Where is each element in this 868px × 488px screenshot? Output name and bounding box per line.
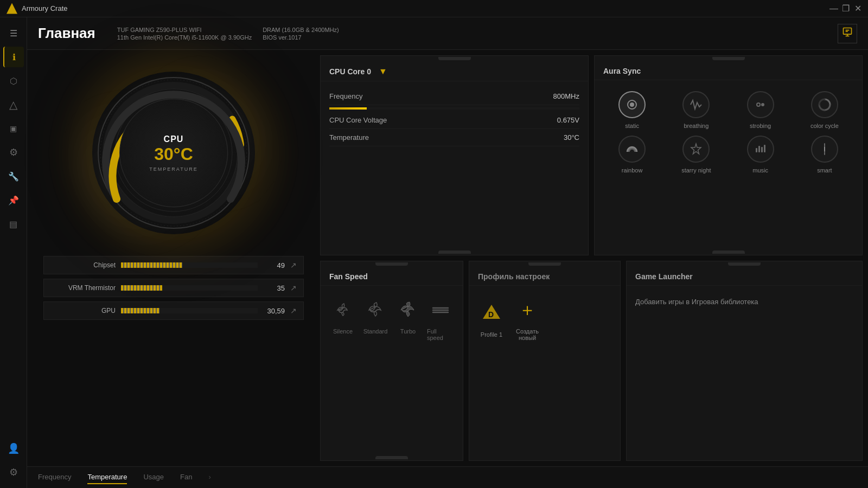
fullspeed-label: Full speed <box>427 328 454 341</box>
close-button[interactable]: ✕ <box>854 5 861 12</box>
cpu-temp: 30°C <box>154 144 193 164</box>
add-profile-item[interactable]: ＋ Создатьновый <box>514 297 541 341</box>
tab-usage[interactable]: Usage <box>143 471 164 484</box>
tab-frequency[interactable]: Frequency <box>38 471 71 484</box>
cpu-panel-bottom-deco <box>321 251 588 255</box>
tab-extra[interactable]: › <box>208 471 210 484</box>
profile-header: Профиль настроек <box>469 266 620 286</box>
app-logo <box>7 3 17 14</box>
aura-panel-top-deco <box>595 56 862 60</box>
cpu-core-panel: CPU Core 0 ▼ Frequency 800MHz <box>320 55 589 255</box>
temperature-row: Temperature 30°C <box>329 129 579 146</box>
aura-item-music[interactable]: music <box>732 136 789 174</box>
sidebar-item-user[interactable]: 👤 <box>3 438 24 459</box>
starry-night-icon <box>682 136 710 163</box>
fan-item-silence[interactable]: Silence <box>329 297 356 341</box>
cpu-core-dropdown[interactable]: ▼ <box>379 67 387 76</box>
vrm-expand-icon[interactable]: ↗ <box>290 284 297 292</box>
silence-label: Silence <box>333 328 353 335</box>
sidebar-item-menu[interactable]: ☰ <box>3 23 24 43</box>
aura-item-breathing[interactable]: breathing <box>667 91 725 129</box>
panels-bottom: Fan Speed Silence <box>320 261 863 461</box>
app-title: Armoury Crate <box>22 4 68 12</box>
aura-item-starry-night[interactable]: starry night <box>667 136 725 174</box>
silence-icon <box>329 297 356 324</box>
cpu-label: CPU <box>164 134 184 144</box>
device-info: TUF GAMING Z590-PLUS WIFI 11th Gen Intel… <box>117 27 252 41</box>
turbo-label: Turbo <box>400 328 416 335</box>
profile-grid: D Profile 1 ＋ Создатьновый <box>478 292 611 345</box>
tools-icon: 🔧 <box>8 171 19 182</box>
titlebar: Armoury Crate — ❐ ✕ <box>0 0 868 17</box>
edit-button[interactable] <box>838 24 857 43</box>
aura-grid: static breathing <box>603 87 853 178</box>
sidebar-item-tools[interactable]: 🔧 <box>3 166 24 187</box>
strobing-label: strobing <box>750 123 771 129</box>
temp-bar-vrm: VRM Thermistor 35 ↗ <box>43 279 304 297</box>
color-cycle-label: color cycle <box>810 123 839 129</box>
page-title: Главная <box>38 25 95 42</box>
sidebar-item-camera[interactable]: ▣ <box>3 118 24 139</box>
cpu-gauge: CPU 30°C TEMPERATURE <box>81 61 266 245</box>
vrm-value: 35 <box>263 284 285 292</box>
music-icon <box>747 136 774 163</box>
aura-item-color-cycle[interactable]: color cycle <box>796 91 853 129</box>
settings-icon: ⚙ <box>9 466 18 478</box>
temp-bar-chipset: Chipset 49 ↗ <box>43 256 304 274</box>
aura-item-static[interactable]: static <box>603 91 661 129</box>
fan-item-standard[interactable]: Standard <box>362 297 389 341</box>
game-add-text: Добавить игры в Игровая библиотека <box>635 292 853 311</box>
svg-point-13 <box>761 103 764 106</box>
list-icon: ▤ <box>9 219 17 229</box>
fan-item-turbo[interactable]: Turbo <box>394 297 422 341</box>
standard-icon <box>362 297 389 324</box>
frequency-row: Frequency 800MHz <box>329 88 579 105</box>
edit-icon <box>842 27 853 40</box>
header: Главная TUF GAMING Z590-PLUS WIFI 11th G… <box>27 17 868 50</box>
fan-panel-bottom-deco <box>321 456 463 460</box>
sidebar-item-devices[interactable]: ⬡ <box>3 70 24 91</box>
bios-info: BIOS ver.1017 <box>263 34 339 41</box>
info-icon: ℹ <box>12 52 16 62</box>
right-panels: CPU Core 0 ▼ Frequency 800MHz <box>320 55 863 461</box>
fan-header: Fan Speed <box>321 266 463 286</box>
sidebar-item-sliders[interactable]: ⚙ <box>3 142 24 163</box>
aura-item-smart[interactable]: smart <box>796 136 853 174</box>
temperature-value: 30°C <box>564 133 579 142</box>
gauge-inner: CPU 30°C TEMPERATURE <box>119 99 228 207</box>
rainbow-label: rainbow <box>622 167 643 174</box>
svg-point-12 <box>757 103 760 106</box>
fan-item-fullspeed[interactable]: Full speed <box>427 297 454 341</box>
fan-title: Fan Speed <box>329 272 368 281</box>
tab-temperature[interactable]: Temperature <box>87 471 127 484</box>
tab-fan[interactable]: Fan <box>180 471 192 484</box>
sidebar-item-update[interactable]: △ <box>3 94 24 115</box>
sidebar-item-list[interactable]: ▤ <box>3 214 24 234</box>
aura-item-rainbow[interactable]: rainbow <box>603 136 661 174</box>
frequency-label: Frequency <box>329 92 362 100</box>
sidebar-item-pin[interactable]: 📌 <box>3 190 24 210</box>
profile-1-icon: D <box>478 300 505 327</box>
sidebar-item-settings[interactable]: ⚙ <box>3 462 24 483</box>
window-controls: — ❐ ✕ <box>830 5 861 12</box>
voltage-label: CPU Core Voltage <box>329 116 387 124</box>
static-label: static <box>625 123 639 129</box>
minimize-button[interactable]: — <box>830 5 838 12</box>
gpu-expand-icon[interactable]: ↗ <box>290 306 297 315</box>
chipset-bar-fill <box>121 262 182 268</box>
chipset-expand-icon[interactable]: ↗ <box>290 261 297 269</box>
maximize-button[interactable]: ❐ <box>842 5 850 12</box>
voltage-value: 0.675V <box>557 116 579 124</box>
titlebar-left: Armoury Crate <box>7 3 68 14</box>
panels-top: CPU Core 0 ▼ Frequency 800MHz <box>320 55 863 255</box>
sidebar-item-info[interactable]: ℹ <box>3 47 24 67</box>
aura-item-strobing[interactable]: strobing <box>732 91 789 129</box>
aura-deco-tab-bottom <box>712 251 745 254</box>
system-info: DRAM (16.0GB & 2400MHz) BIOS ver.1017 <box>263 27 339 41</box>
add-profile-icon: ＋ <box>514 297 541 324</box>
aura-header: Aura Sync <box>595 60 862 80</box>
gpu-bar-fill <box>121 308 159 313</box>
profile-item-1[interactable]: D Profile 1 <box>478 300 505 338</box>
standard-label: Standard <box>363 328 388 335</box>
svg-rect-17 <box>761 147 763 152</box>
